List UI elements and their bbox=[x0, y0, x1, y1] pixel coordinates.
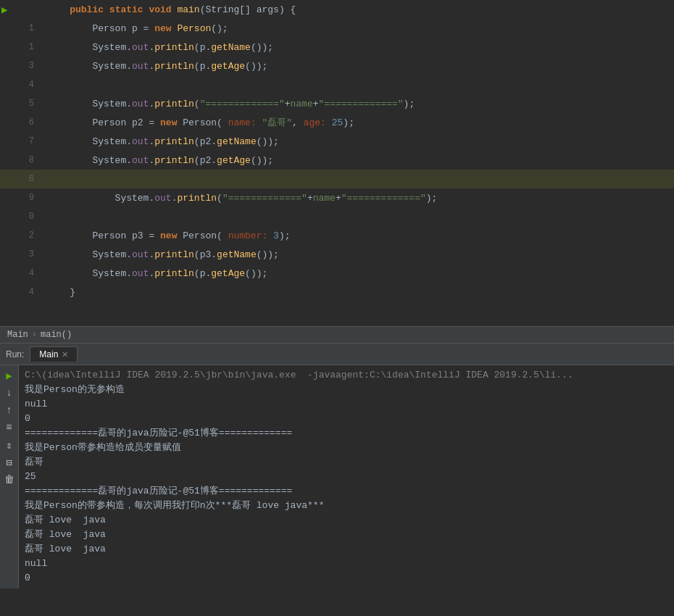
output-line: 我是Person带参构造给成员变量赋值 bbox=[25, 441, 668, 455]
line-number: 4 bbox=[0, 80, 40, 90]
output-line: 磊哥 love java bbox=[25, 513, 668, 528]
code-line: 4 } bbox=[0, 283, 674, 301]
line-number: 2 bbox=[0, 230, 40, 241]
line-code: public static void main(String[] args) { bbox=[40, 4, 674, 15]
run-scroll-down-button[interactable]: ↓ bbox=[2, 386, 17, 400]
output-line: =============磊哥的java历险记-@51博客===========… bbox=[25, 426, 668, 441]
line-code: System.out.println(p2.getAge()); bbox=[40, 155, 674, 166]
run-tabs-bar: Run: Main ✕ bbox=[0, 344, 674, 365]
line-number: 4 bbox=[0, 268, 40, 278]
line-code: Person p3 = new Person( number: 3); bbox=[40, 230, 674, 241]
line-number: 9 bbox=[0, 193, 40, 203]
code-line: 1 Person p = new Person(); bbox=[0, 19, 674, 38]
line-number: 8 bbox=[0, 174, 40, 184]
line-number: 6 bbox=[0, 117, 40, 128]
run-label: Run: bbox=[6, 349, 24, 359]
code-line: 8 System.out.println(p2.getAge()); bbox=[0, 151, 674, 170]
breadcrumb: Main › main() bbox=[0, 326, 674, 344]
line-code: System.out.println("============="+name+… bbox=[40, 193, 674, 204]
output-line: 我是Person的带参构造，每次调用我打印n次***磊哥 love java**… bbox=[25, 499, 668, 513]
line-number: 8 bbox=[0, 155, 40, 165]
run-tab-main[interactable]: Main ✕ bbox=[30, 346, 78, 362]
tab-close-icon[interactable]: ✕ bbox=[62, 350, 68, 359]
run-output: C:\(idea\IntelliJ IDEA 2019.2.5\jbr\bin\… bbox=[19, 365, 674, 588]
code-line: 4 bbox=[0, 75, 674, 94]
output-line: 磊哥 love java bbox=[25, 528, 668, 542]
output-line: =============磊哥的java历险记-@51博客===========… bbox=[25, 484, 668, 499]
code-editor: ▶ public static void main(String[] args)… bbox=[0, 0, 674, 326]
line-number: 7 bbox=[0, 136, 40, 146]
line-code: Person p2 = new Person( name: "磊哥", age:… bbox=[40, 116, 674, 129]
code-line: 2 Person p3 = new Person( number: 3); bbox=[0, 226, 674, 245]
code-line: 8 bbox=[0, 170, 674, 188]
output-line: 25 bbox=[25, 470, 668, 484]
code-line: 4 System.out.println(p.getAge()); bbox=[0, 264, 674, 283]
breadcrumb-item-main: Main bbox=[7, 330, 28, 340]
breadcrumb-separator: › bbox=[32, 330, 37, 340]
line-code: System.out.println(p.getAge()); bbox=[40, 61, 674, 72]
line-code: System.out.println(p.getName()); bbox=[40, 42, 674, 53]
line-code: Person p = new Person(); bbox=[40, 23, 674, 34]
output-line: C:\(idea\IntelliJ IDEA 2019.2.5\jbr\bin\… bbox=[25, 368, 668, 383]
run-expand-button[interactable]: ⇕ bbox=[2, 438, 17, 452]
run-content: ▶ ↓ ↑ ≡ ⇕ ⊟ 🗑 C:\(idea\IntelliJ IDEA 201… bbox=[0, 365, 674, 588]
line-code: System.out.println("============="+name+… bbox=[40, 99, 674, 109]
line-number: 1 bbox=[0, 42, 40, 52]
line-number: 1 bbox=[0, 23, 40, 33]
output-line: 0 bbox=[25, 571, 668, 586]
run-play-button[interactable]: ▶ bbox=[2, 368, 17, 383]
line-number: 5 bbox=[0, 99, 40, 109]
run-indicator-arrow: ▶ bbox=[1, 4, 7, 16]
line-code: System.out.println(p.getAge()); bbox=[40, 268, 674, 279]
run-clear-button[interactable]: 🗑 bbox=[2, 473, 17, 487]
output-line: 磊哥 bbox=[25, 455, 668, 470]
breadcrumb-item-main-method: main() bbox=[41, 330, 72, 340]
line-number: 3 bbox=[0, 61, 40, 71]
run-toolbar: ▶ ↓ ↑ ≡ ⇕ ⊟ 🗑 bbox=[0, 365, 19, 588]
line-code: } bbox=[40, 287, 674, 298]
run-scroll-up-button[interactable]: ↑ bbox=[2, 403, 17, 417]
code-line: ▶ public static void main(String[] args)… bbox=[0, 0, 674, 19]
line-number: 4 bbox=[0, 287, 40, 297]
code-line: 3 System.out.println(p.getAge()); bbox=[0, 57, 674, 75]
output-line: null bbox=[25, 557, 668, 571]
line-number: 0 bbox=[0, 212, 40, 222]
run-print-button[interactable]: ⊟ bbox=[2, 455, 17, 470]
run-panel: Run: Main ✕ ▶ ↓ ↑ ≡ ⇕ ⊟ 🗑 C:\(idea\Intel… bbox=[0, 344, 674, 588]
code-line: 6 Person p2 = new Person( name: "磊哥", ag… bbox=[0, 113, 674, 132]
output-line: 磊哥 love java bbox=[25, 542, 668, 557]
code-line: 9 System.out.println("============="+nam… bbox=[0, 188, 674, 207]
line-code: System.out.println(p3.getName()); bbox=[40, 249, 674, 260]
run-wrap-button[interactable]: ≡ bbox=[2, 420, 17, 435]
output-line: null bbox=[25, 397, 668, 412]
code-line: 1 System.out.println(p.getName()); bbox=[0, 38, 674, 57]
code-line: 5 System.out.println("============="+nam… bbox=[0, 94, 674, 113]
line-code: System.out.println(p2.getName()); bbox=[40, 136, 674, 147]
code-line: 7 System.out.println(p2.getName()); bbox=[0, 132, 674, 151]
code-lines: ▶ public static void main(String[] args)… bbox=[0, 0, 674, 326]
code-line: 0 bbox=[0, 207, 674, 226]
output-line: 0 bbox=[25, 412, 668, 426]
code-line: 3 System.out.println(p3.getName()); bbox=[0, 245, 674, 264]
output-line: 我是Person的无参构造 bbox=[25, 383, 668, 397]
run-tab-label: Main bbox=[39, 349, 58, 359]
line-number: 3 bbox=[0, 249, 40, 259]
